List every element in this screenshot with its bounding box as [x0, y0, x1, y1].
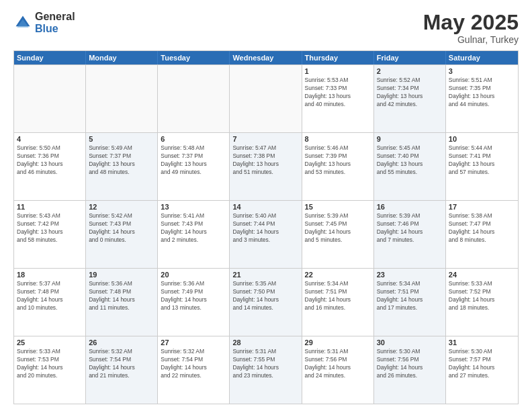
day-number: 6 — [161, 135, 226, 143]
cal-week-5: 25Sunrise: 5:33 AM Sunset: 7:53 PM Dayli… — [14, 336, 518, 404]
day-number: 17 — [449, 203, 515, 211]
title-location: Gulnar, Turkey — [423, 34, 519, 45]
header-sunday: Sunday — [14, 51, 86, 64]
day-number: 30 — [377, 338, 443, 347]
day-info: Sunrise: 5:34 AM Sunset: 7:51 PM Dayligh… — [377, 280, 443, 312]
cal-cell-w4-d2: 19Sunrise: 5:36 AM Sunset: 7:48 PM Dayli… — [86, 269, 158, 336]
day-number: 19 — [89, 271, 154, 279]
cal-cell-w5-d1: 25Sunrise: 5:33 AM Sunset: 7:53 PM Dayli… — [14, 336, 86, 404]
cal-week-4: 18Sunrise: 5:37 AM Sunset: 7:48 PM Dayli… — [14, 268, 518, 336]
day-info: Sunrise: 5:46 AM Sunset: 7:39 PM Dayligh… — [305, 144, 371, 177]
day-number: 28 — [232, 338, 298, 347]
day-info: Sunrise: 5:31 AM Sunset: 7:56 PM Dayligh… — [305, 348, 371, 380]
day-number: 27 — [161, 338, 226, 347]
day-number: 15 — [305, 203, 371, 211]
day-number: 2 — [377, 67, 443, 75]
cal-cell-w3-d2: 12Sunrise: 5:42 AM Sunset: 7:43 PM Dayli… — [86, 201, 158, 268]
day-info: Sunrise: 5:32 AM Sunset: 7:54 PM Dayligh… — [161, 348, 226, 380]
cal-cell-w3-d1: 11Sunrise: 5:43 AM Sunset: 7:42 PM Dayli… — [14, 201, 86, 268]
cal-cell-w1-d5: 1Sunrise: 5:53 AM Sunset: 7:33 PM Daylig… — [302, 65, 374, 132]
cal-cell-w1-d1 — [14, 65, 86, 132]
day-info: Sunrise: 5:38 AM Sunset: 7:47 PM Dayligh… — [449, 212, 515, 244]
day-info: Sunrise: 5:33 AM Sunset: 7:52 PM Dayligh… — [449, 280, 515, 312]
day-info: Sunrise: 5:48 AM Sunset: 7:37 PM Dayligh… — [161, 144, 226, 177]
cal-cell-w3-d3: 13Sunrise: 5:41 AM Sunset: 7:43 PM Dayli… — [158, 201, 230, 268]
cal-cell-w4-d4: 21Sunrise: 5:35 AM Sunset: 7:50 PM Dayli… — [230, 269, 302, 336]
cal-cell-w1-d3 — [158, 65, 230, 132]
header: General Blue May 2025 Gulnar, Turkey — [13, 11, 519, 45]
cal-cell-w4-d6: 23Sunrise: 5:34 AM Sunset: 7:51 PM Dayli… — [374, 269, 446, 336]
logo-general-text: General — [35, 11, 75, 23]
day-number: 1 — [305, 67, 371, 75]
day-info: Sunrise: 5:36 AM Sunset: 7:48 PM Dayligh… — [89, 280, 154, 312]
logo-blue-text: Blue — [35, 23, 75, 35]
cal-cell-w2-d1: 4Sunrise: 5:50 AM Sunset: 7:36 PM Daylig… — [14, 133, 86, 200]
day-info: Sunrise: 5:34 AM Sunset: 7:51 PM Dayligh… — [305, 280, 371, 312]
calendar: Sunday Monday Tuesday Wednesday Thursday… — [13, 50, 519, 404]
day-info: Sunrise: 5:45 AM Sunset: 7:40 PM Dayligh… — [377, 144, 443, 177]
day-number: 13 — [161, 203, 226, 211]
day-number: 16 — [377, 203, 443, 211]
day-info: Sunrise: 5:36 AM Sunset: 7:49 PM Dayligh… — [161, 280, 226, 312]
day-info: Sunrise: 5:44 AM Sunset: 7:41 PM Dayligh… — [449, 144, 515, 177]
day-info: Sunrise: 5:52 AM Sunset: 7:34 PM Dayligh… — [377, 77, 443, 109]
day-number: 21 — [232, 271, 298, 279]
day-number: 7 — [232, 135, 298, 143]
day-number: 9 — [377, 135, 443, 143]
logo: General Blue — [13, 11, 75, 34]
page: General Blue May 2025 Gulnar, Turkey Sun… — [0, 0, 532, 411]
day-info: Sunrise: 5:49 AM Sunset: 7:37 PM Dayligh… — [89, 144, 154, 177]
header-wednesday: Wednesday — [230, 51, 302, 64]
day-number: 4 — [17, 135, 83, 143]
day-number: 12 — [89, 203, 154, 211]
day-number: 11 — [17, 203, 83, 211]
cal-cell-w2-d5: 8Sunrise: 5:46 AM Sunset: 7:39 PM Daylig… — [302, 133, 374, 200]
day-info: Sunrise: 5:32 AM Sunset: 7:54 PM Dayligh… — [89, 348, 154, 380]
day-number: 14 — [232, 203, 298, 211]
day-number: 29 — [305, 338, 371, 347]
cal-cell-w5-d6: 30Sunrise: 5:30 AM Sunset: 7:56 PM Dayli… — [374, 336, 446, 404]
day-info: Sunrise: 5:53 AM Sunset: 7:33 PM Dayligh… — [305, 77, 371, 109]
cal-cell-w4-d5: 22Sunrise: 5:34 AM Sunset: 7:51 PM Dayli… — [302, 269, 374, 336]
day-number: 23 — [377, 271, 443, 279]
day-number: 8 — [305, 135, 371, 143]
cal-cell-w3-d7: 17Sunrise: 5:38 AM Sunset: 7:47 PM Dayli… — [446, 201, 518, 268]
day-number: 20 — [161, 271, 226, 279]
day-number: 22 — [305, 271, 371, 279]
cal-cell-w1-d6: 2Sunrise: 5:52 AM Sunset: 7:34 PM Daylig… — [374, 65, 446, 132]
cal-cell-w2-d3: 6Sunrise: 5:48 AM Sunset: 7:37 PM Daylig… — [158, 133, 230, 200]
cal-cell-w3-d4: 14Sunrise: 5:40 AM Sunset: 7:44 PM Dayli… — [230, 201, 302, 268]
day-number: 3 — [449, 67, 515, 75]
cal-cell-w1-d4 — [230, 65, 302, 132]
day-number: 25 — [17, 338, 83, 347]
day-number: 24 — [449, 271, 515, 279]
day-info: Sunrise: 5:39 AM Sunset: 7:45 PM Dayligh… — [305, 212, 371, 244]
cal-week-2: 4Sunrise: 5:50 AM Sunset: 7:36 PM Daylig… — [14, 132, 518, 200]
cal-cell-w4-d3: 20Sunrise: 5:36 AM Sunset: 7:49 PM Dayli… — [158, 269, 230, 336]
day-info: Sunrise: 5:39 AM Sunset: 7:46 PM Dayligh… — [377, 212, 443, 244]
cal-cell-w4-d7: 24Sunrise: 5:33 AM Sunset: 7:52 PM Dayli… — [446, 269, 518, 336]
cal-cell-w2-d4: 7Sunrise: 5:47 AM Sunset: 7:38 PM Daylig… — [230, 133, 302, 200]
day-info: Sunrise: 5:43 AM Sunset: 7:42 PM Dayligh… — [17, 212, 83, 244]
header-thursday: Thursday — [302, 51, 374, 64]
day-number: 26 — [89, 338, 154, 347]
day-info: Sunrise: 5:41 AM Sunset: 7:43 PM Dayligh… — [161, 212, 226, 244]
day-info: Sunrise: 5:40 AM Sunset: 7:44 PM Dayligh… — [232, 212, 298, 244]
cal-cell-w5-d3: 27Sunrise: 5:32 AM Sunset: 7:54 PM Dayli… — [158, 336, 230, 404]
day-info: Sunrise: 5:51 AM Sunset: 7:35 PM Dayligh… — [449, 77, 515, 109]
header-tuesday: Tuesday — [158, 51, 230, 64]
cal-cell-w4-d1: 18Sunrise: 5:37 AM Sunset: 7:48 PM Dayli… — [14, 269, 86, 336]
cal-cell-w1-d7: 3Sunrise: 5:51 AM Sunset: 7:35 PM Daylig… — [446, 65, 518, 132]
cal-cell-w2-d6: 9Sunrise: 5:45 AM Sunset: 7:40 PM Daylig… — [374, 133, 446, 200]
day-info: Sunrise: 5:30 AM Sunset: 7:56 PM Dayligh… — [377, 348, 443, 380]
header-monday: Monday — [86, 51, 158, 64]
day-info: Sunrise: 5:50 AM Sunset: 7:36 PM Dayligh… — [17, 144, 83, 177]
day-info: Sunrise: 5:31 AM Sunset: 7:55 PM Dayligh… — [232, 348, 298, 380]
day-info: Sunrise: 5:47 AM Sunset: 7:38 PM Dayligh… — [232, 144, 298, 177]
day-number: 10 — [449, 135, 515, 143]
cal-cell-w2-d7: 10Sunrise: 5:44 AM Sunset: 7:41 PM Dayli… — [446, 133, 518, 200]
logo-icon — [13, 13, 32, 32]
cal-cell-w2-d2: 5Sunrise: 5:49 AM Sunset: 7:37 PM Daylig… — [86, 133, 158, 200]
header-saturday: Saturday — [446, 51, 518, 64]
cal-cell-w1-d2 — [86, 65, 158, 132]
